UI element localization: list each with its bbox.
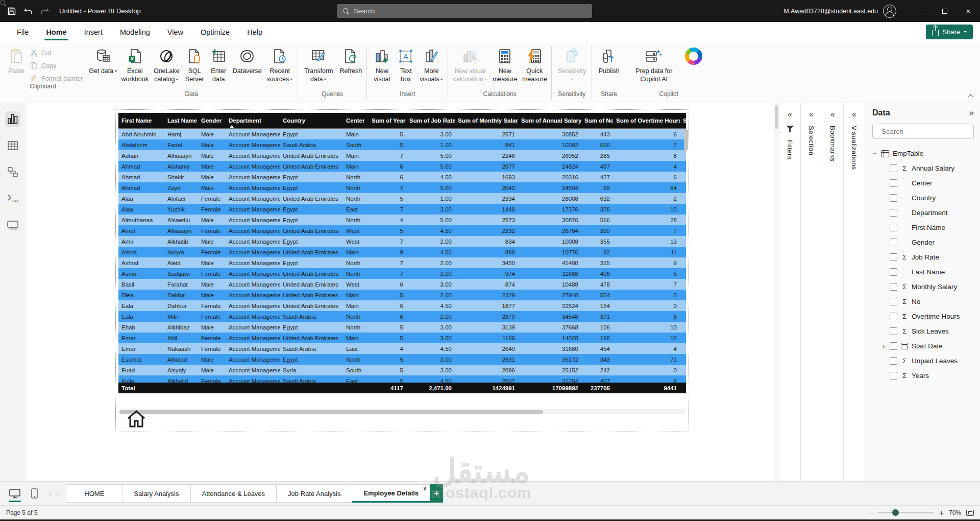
home-icon[interactable] <box>125 408 148 430</box>
account-email[interactable]: M.Awad03728@student.aast.edu <box>783 8 878 15</box>
expand-icon[interactable]: « <box>852 110 856 119</box>
field-checkbox[interactable] <box>890 342 897 350</box>
field-checkbox[interactable] <box>890 327 897 335</box>
expand-icon[interactable]: « <box>809 110 814 119</box>
table-row[interactable]: AmalAlhusaynFemaleAccount ManagementUnit… <box>118 225 686 236</box>
prev-page-arrow[interactable]: ‹ <box>49 489 52 498</box>
table-row[interactable]: EmarAbilFemaleAccount ManagementUnited A… <box>118 333 686 343</box>
filters-pane-collapsed[interactable]: « Filters <box>779 103 800 481</box>
field-item-no[interactable]: ΣNo <box>872 294 974 309</box>
redo-icon[interactable] <box>40 7 49 16</box>
next-page-arrow[interactable]: › <box>57 489 59 498</box>
excel-workbook-button[interactable]: Excel workbook <box>119 46 151 83</box>
copilot-button[interactable] <box>682 46 705 67</box>
bookmarks-pane-collapsed[interactable]: « Bookmarks <box>822 103 843 481</box>
column-header[interactable]: Sum of Overtime Hours <box>613 113 680 129</box>
account-avatar[interactable] <box>883 5 896 18</box>
chevron-down-icon[interactable]: › <box>871 151 879 156</box>
table-row[interactable]: AlaaAlrifaeiFemaleAccount ManagementUnit… <box>118 193 686 204</box>
chevron-right-icon[interactable]: › <box>881 342 886 350</box>
cut-button[interactable]: Cut <box>30 49 83 57</box>
field-item-center[interactable]: Center <box>872 176 974 191</box>
field-checkbox[interactable] <box>890 239 897 246</box>
sensitivity-button[interactable]: Sensitivity <box>554 46 590 83</box>
publish-button[interactable]: Publish <box>594 46 624 76</box>
column-header[interactable]: Sum of Years <box>369 113 406 129</box>
tab-home[interactable]: HOME <box>66 484 122 503</box>
tab-salary-analysis[interactable]: Salary Analysis <box>122 484 190 503</box>
field-item-years[interactable]: ΣYears <box>872 368 974 383</box>
report-canvas[interactable]: First NameLast NameGenderDepartmentCount… <box>26 103 779 481</box>
field-item-annual-salary[interactable]: ΣAnnual Salary <box>872 161 974 176</box>
field-item-last-name[interactable]: Last Name <box>872 265 974 279</box>
table-row[interactable]: AbdalkrimFadalMaleAccount ManagementSaud… <box>118 139 686 150</box>
field-item-sick-leaves[interactable]: ΣSick Leaves <box>872 324 974 339</box>
share-button[interactable]: Share <box>926 25 973 39</box>
table-row[interactable]: EalaDahburFemaleAccount ManagementUnited… <box>118 300 686 311</box>
visualizations-pane-collapsed[interactable]: « Visualizations <box>843 103 865 481</box>
table-row[interactable]: AhmadAlshamyMaleAccount ManagementUnited… <box>118 161 686 172</box>
new-measure-button[interactable]: New measure <box>490 46 520 83</box>
table-row[interactable]: AhmadZaydMaleAccount ManagementEgyptNort… <box>118 182 686 193</box>
menu-home[interactable]: Home <box>37 22 75 42</box>
column-header[interactable]: Center <box>343 113 369 129</box>
field-item-job-rate[interactable]: ΣJob Rate <box>872 250 974 265</box>
field-checkbox[interactable] <box>890 209 897 217</box>
table-row[interactable]: AhmadShakirMaleAccount ManagementEgyptNo… <box>118 172 686 182</box>
table-row[interactable]: EalaMitriFemaleAccount ManagementSaudi A… <box>118 311 686 322</box>
tab-attendance-leaves[interactable]: Attendance & Leaves <box>190 484 277 503</box>
tab-employee-details[interactable]: Employee Details x <box>352 484 430 503</box>
column-header[interactable]: Sum of Annual Salary <box>518 113 581 129</box>
fit-to-page-icon[interactable] <box>966 510 974 516</box>
undo-icon[interactable] <box>23 7 33 16</box>
field-checkbox[interactable] <box>890 283 897 291</box>
table-view-button[interactable] <box>5 138 20 153</box>
table-row[interactable]: EhabAlkhibazMaleAccount ManagementEgyptN… <box>118 322 686 333</box>
zoom-out-button[interactable]: - <box>870 508 873 517</box>
table-row[interactable]: AmirAlkhatibMaleAccount ManagementEgyptW… <box>118 236 686 247</box>
table-row[interactable]: EsamatAlhidadMaleAccount ManagementEgypt… <box>118 354 686 365</box>
collapse-ribbon-icon[interactable] <box>968 94 975 99</box>
column-header[interactable]: Last Name <box>164 113 198 129</box>
field-item-overtime-hours[interactable]: ΣOvertime Hours <box>872 309 974 324</box>
new-visual-button[interactable]: New visual <box>369 46 395 83</box>
table-visual[interactable]: First NameLast NameGenderDepartmentCount… <box>116 110 689 432</box>
field-table-emptable[interactable]: ›EmpTable <box>872 146 974 161</box>
mobile-layout-button[interactable] <box>27 486 42 501</box>
table-row[interactable]: AmiraAkrymFemaleAccount ManagementUnited… <box>118 247 686 257</box>
collapse-data-pane-icon[interactable]: » <box>969 108 974 117</box>
menu-modeling[interactable]: Modeling <box>111 22 159 42</box>
fields-search-input[interactable]: Search <box>872 124 974 139</box>
save-icon[interactable] <box>7 7 16 16</box>
tmdl-view-button[interactable]: TMDL <box>5 218 20 233</box>
sql-server-button[interactable]: SQL Server <box>182 46 207 83</box>
field-item-first-name[interactable]: First Name <box>872 220 974 235</box>
menu-view[interactable]: View <box>159 22 192 42</box>
expand-icon[interactable]: « <box>830 110 835 119</box>
table-row[interactable]: AlaaYuzbikFemaleAccount ManagementEgyptE… <box>118 204 686 215</box>
text-box-button[interactable]: A Text box <box>395 46 417 83</box>
add-page-button[interactable]: + <box>430 484 443 503</box>
table-row[interactable]: AsmaSadqawiFemaleAccount ManagementUnite… <box>118 268 686 279</box>
column-header[interactable]: Sum of Job Rate <box>406 113 455 129</box>
field-checkbox[interactable] <box>890 194 897 202</box>
menu-help[interactable]: Help <box>238 22 271 42</box>
table-row[interactable]: FuadAlsyqlyMaleAccount ManagementSyriaSo… <box>118 365 686 375</box>
table-row[interactable]: AdnanAlhusaynMaleAccount ManagementUnite… <box>118 150 686 161</box>
field-item-start-date[interactable]: ›Start Date <box>872 339 974 353</box>
column-header[interactable]: Gender <box>198 113 226 129</box>
menu-file[interactable]: File <box>8 22 37 42</box>
column-header[interactable]: Department <box>226 113 280 129</box>
column-header[interactable]: Sum of Monthly Salary <box>455 113 518 129</box>
table-row[interactable]: AshrafAleidMaleAccount ManagementEgyptNo… <box>118 257 686 268</box>
field-checkbox[interactable] <box>890 224 897 231</box>
maximize-button[interactable] <box>933 0 957 22</box>
field-checkbox[interactable] <box>890 253 897 261</box>
field-item-monthly-salary[interactable]: ΣMonthly Salary <box>872 279 974 294</box>
column-header[interactable]: S <box>680 113 686 129</box>
field-checkbox[interactable] <box>890 313 897 320</box>
dax-query-view-button[interactable]: DAX <box>5 191 20 206</box>
zoom-slider[interactable] <box>878 512 934 513</box>
table-row[interactable]: FullaAlkhalidFemaleAccount ManagementSau… <box>118 375 686 383</box>
dataverse-button[interactable]: Dataverse <box>230 46 264 76</box>
